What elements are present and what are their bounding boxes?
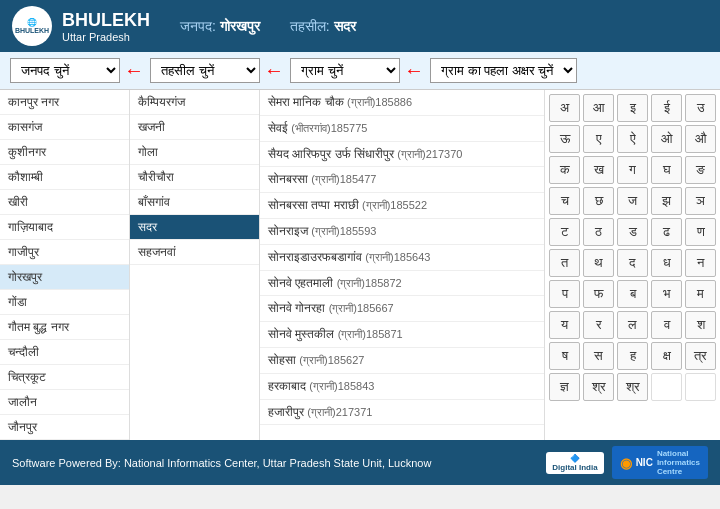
janpad-list-item[interactable]: खीरी — [0, 190, 129, 215]
tehsil-list-item[interactable]: चौरीचौरा — [130, 165, 259, 190]
akshar-button[interactable]: अ — [549, 94, 580, 122]
akshar-button[interactable]: भ — [651, 280, 682, 308]
tehsil-list-item[interactable]: सदर — [130, 215, 259, 240]
akshar-button[interactable]: आ — [583, 94, 614, 122]
gram-list-item[interactable]: सोहसा (ग्रानी)185627 — [260, 348, 544, 374]
akshar-button[interactable]: ओ — [651, 125, 682, 153]
akshar-button[interactable]: य — [549, 311, 580, 339]
akshar-button[interactable]: उ — [685, 94, 716, 122]
akshar-button[interactable]: ख — [583, 156, 614, 184]
janpad-list-item[interactable]: गौतम बुद्ध नगर — [0, 315, 129, 340]
gram-list-item[interactable]: सोनवे एहतमाली (ग्रानी)185872 — [260, 271, 544, 297]
akshar-button[interactable]: ट — [549, 218, 580, 246]
janpad-list-item[interactable]: गोरखपुर — [0, 265, 129, 290]
gram-list-item[interactable]: सोनबरसा तप्पा मराछी (ग्रानी)185522 — [260, 193, 544, 219]
tehsil-list-item[interactable]: सहजनवां — [130, 240, 259, 265]
filter-row: जनपद चुनें ← तहसील चुनें ← ग्राम चुनें ←… — [0, 52, 720, 90]
akshar-button[interactable]: न — [685, 249, 716, 277]
akshar-button[interactable]: ड — [617, 218, 648, 246]
akshar-button[interactable]: घ — [651, 156, 682, 184]
akshar-button[interactable]: म — [685, 280, 716, 308]
gram-list-item[interactable]: हरकाबाद (ग्रानी)185843 — [260, 374, 544, 400]
akshar-button[interactable]: छ — [583, 187, 614, 215]
akshar-button[interactable]: ऊ — [549, 125, 580, 153]
akshar-button[interactable]: क — [549, 156, 580, 184]
header-info: जनपद: गोरखपुर तहसील: सदर — [180, 18, 356, 35]
akshar-button[interactable]: ष — [549, 342, 580, 370]
akshar-button[interactable]: इ — [617, 94, 648, 122]
gram-list-item[interactable]: हजारीपुर (ग्रानी)217371 — [260, 400, 544, 426]
main-content: कानपुर नगरकासगंजकुशीनगरकौशाम्बीखीरीगाज़ि… — [0, 90, 720, 440]
gram-list: सेमरा मानिक चौक (ग्रानी)185886सेवई (भीतर… — [260, 90, 545, 440]
akshar-button[interactable]: क्ष — [651, 342, 682, 370]
akshar-button[interactable]: प — [549, 280, 580, 308]
gram-list-item[interactable]: सेमरा मानिक चौक (ग्रानी)185886 — [260, 90, 544, 116]
akshar-button[interactable]: व — [651, 311, 682, 339]
akshar-button[interactable]: श्र — [617, 373, 648, 401]
akshar-button[interactable]: त — [549, 249, 580, 277]
akshar-button[interactable]: ण — [685, 218, 716, 246]
akshar-button[interactable]: श्र — [583, 373, 614, 401]
akshar-button — [685, 373, 716, 401]
gram-list-item[interactable]: सोनराइडाउरफबडागांव (ग्रानी)185643 — [260, 245, 544, 271]
akshar-button[interactable]: त्र — [685, 342, 716, 370]
janpad-list-item[interactable]: गाजीपुर — [0, 240, 129, 265]
janpad-list-item[interactable]: कुशीनगर — [0, 140, 129, 165]
janpad-list-item[interactable]: कानपुर नगर — [0, 90, 129, 115]
akshar-button[interactable]: ए — [583, 125, 614, 153]
gram-list-item[interactable]: सैयद आरिफपुर उर्फ सिंधारीपुर (ग्रानी)217… — [260, 142, 544, 168]
tehsil-list-item[interactable]: कैम्पियरगंज — [130, 90, 259, 115]
akshar-button[interactable]: ङ — [685, 156, 716, 184]
nic-logo: ◉ NIC NationalInformaticsCentre — [612, 446, 708, 479]
tehsil-list-item[interactable]: गोला — [130, 140, 259, 165]
janpad-list-item[interactable]: जालौन — [0, 390, 129, 415]
akshar-button[interactable]: श — [685, 311, 716, 339]
janpad-list-item[interactable]: गोंडा — [0, 290, 129, 315]
gram-select[interactable]: ग्राम चुनें — [290, 58, 400, 83]
janpad-list-item[interactable]: चित्रकूट — [0, 365, 129, 390]
janpad-list-item[interactable]: कासगंज — [0, 115, 129, 140]
akshar-button[interactable]: थ — [583, 249, 614, 277]
janpad-info: जनपद: गोरखपुर — [180, 18, 260, 35]
akshar-button[interactable]: ऐ — [617, 125, 648, 153]
akshar-button[interactable]: स — [583, 342, 614, 370]
janpad-arrow: ← — [124, 59, 144, 82]
akshar-button[interactable]: ठ — [583, 218, 614, 246]
akshar-button[interactable]: औ — [685, 125, 716, 153]
janpad-select[interactable]: जनपद चुनें — [10, 58, 120, 83]
footer: Software Powered By: National Informatic… — [0, 440, 720, 485]
tehsil-list-item[interactable]: खजनी — [130, 115, 259, 140]
gram-list-item[interactable]: सेवई (भीतरगांव)185775 — [260, 116, 544, 142]
gram-list-item[interactable]: सोनवे मुस्तकील (ग्रानी)185871 — [260, 322, 544, 348]
akshar-button[interactable]: ढ — [651, 218, 682, 246]
akshar-button[interactable]: ब — [617, 280, 648, 308]
akshar-button[interactable]: ज — [617, 187, 648, 215]
akshar-button[interactable]: च — [549, 187, 580, 215]
header: 🌐 BHULEKH BHULEKH Uttar Pradesh जनपद: गो… — [0, 0, 720, 52]
janpad-list-item[interactable]: जौनपुर — [0, 415, 129, 440]
akshar-button[interactable]: फ — [583, 280, 614, 308]
akshar-button[interactable]: ञ — [685, 187, 716, 215]
akshar-button[interactable]: ल — [617, 311, 648, 339]
akshar-button[interactable]: ग — [617, 156, 648, 184]
akshar-button[interactable]: ई — [651, 94, 682, 122]
gram-list-item[interactable]: सोनवे गोनरहा (ग्रानी)185667 — [260, 296, 544, 322]
gram-list-item[interactable]: सोनबरसा (ग्रानी)185477 — [260, 167, 544, 193]
akshar-button[interactable]: ह — [617, 342, 648, 370]
janpad-list-item[interactable]: चन्दौली — [0, 340, 129, 365]
akshar-button[interactable]: झ — [651, 187, 682, 215]
digital-india-logo: 🔷 Digital India — [546, 452, 603, 474]
gram-dropdown-group: ग्राम चुनें ← — [290, 58, 424, 83]
gram-list-item[interactable]: सोनराइज (ग्रानी)185593 — [260, 219, 544, 245]
tehsil-select[interactable]: तहसील चुनें — [150, 58, 260, 83]
akshar-button[interactable]: द — [617, 249, 648, 277]
akshar-button[interactable]: र — [583, 311, 614, 339]
janpad-list-item[interactable]: कौशाम्बी — [0, 165, 129, 190]
akshar-button[interactable]: ज्ञ — [549, 373, 580, 401]
janpad-list-item[interactable]: गाज़ियाबाद — [0, 215, 129, 240]
akshar-button[interactable]: ध — [651, 249, 682, 277]
akshar-dropdown-group: ग्राम का पहला अक्षर चुनें — [430, 58, 577, 83]
tehsil-list-item[interactable]: बाँसगांव — [130, 190, 259, 215]
footer-logos: 🔷 Digital India ◉ NIC NationalInformatic… — [546, 446, 708, 479]
akshar-select[interactable]: ग्राम का पहला अक्षर चुनें — [430, 58, 577, 83]
